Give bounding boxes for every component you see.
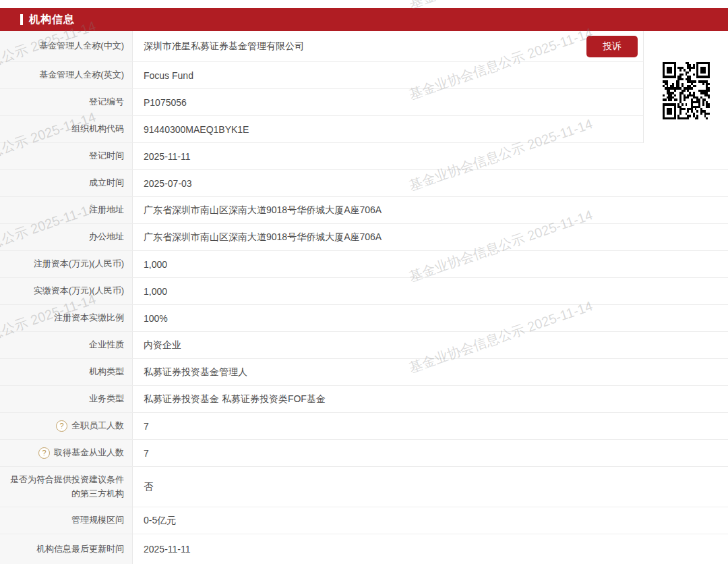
- row-label: 办公地址: [0, 224, 133, 250]
- row-value-text: Focus Fund: [144, 70, 193, 81]
- row-value: P1075056: [133, 89, 643, 115]
- row-value-text: 2025-07-03: [144, 178, 192, 189]
- row-value: 2025-11-11: [133, 143, 728, 169]
- row-value: 私募证券投资基金管理人: [133, 359, 728, 385]
- row-label-text: 全职员工人数: [71, 419, 124, 432]
- row-label: ?取得基金从业人数: [0, 440, 133, 466]
- table-row: 登记时间2025-11-11: [0, 143, 728, 170]
- row-label: 机构类型: [0, 359, 133, 385]
- row-value: 91440300MAEQ1BYK1E: [133, 116, 643, 142]
- row-label-text: 注册地址: [89, 203, 124, 217]
- row-value: 否: [133, 467, 728, 507]
- row-label: 实缴资本(万元)(人民币): [0, 278, 133, 304]
- row-label-text: 注册资本实缴比例: [54, 311, 124, 325]
- row-label: 登记编号: [0, 89, 133, 115]
- row-value: 广东省深圳市南山区深南大道9018号华侨城大厦A座706A: [133, 224, 728, 250]
- row-label-text: 是否为符合提供投资建议条件的第三方机构: [5, 473, 124, 500]
- page-title: 机构信息: [29, 13, 75, 27]
- row-label: 注册资本实缴比例: [0, 305, 133, 331]
- help-icon[interactable]: ?: [38, 447, 50, 459]
- row-value: 2025-11-11: [133, 534, 728, 564]
- table-row: 实缴资本(万元)(人民币)1,000: [0, 278, 728, 305]
- table-row: 是否为符合提供投资建议条件的第三方机构否: [0, 467, 728, 507]
- table-row: 注册地址广东省深圳市南山区深南大道9018号华侨城大厦A座706A: [0, 197, 728, 224]
- row-value-text: 广东省深圳市南山区深南大道9018号华侨城大厦A座706A: [144, 231, 382, 244]
- table-row: 组织机构代码91440300MAEQ1BYK1E: [0, 116, 644, 143]
- help-icon[interactable]: ?: [56, 420, 67, 432]
- row-label-text: 实缴资本(万元)(人民币): [34, 284, 124, 298]
- row-label-text: 取得基金从业人数: [54, 446, 124, 459]
- row-value-text: 广东省深圳市南山区深南大道9018号华侨城大厦A座706A: [144, 204, 382, 217]
- row-label: 成立时间: [0, 170, 133, 196]
- row-label-text: 登记时间: [89, 149, 124, 163]
- table-row: 基金管理人全称(英文)Focus Fund: [0, 62, 644, 89]
- row-label: 基金管理人全称(中文): [0, 31, 133, 61]
- qr-code: [663, 62, 710, 119]
- row-value: 1,000: [133, 278, 728, 304]
- row-label: 基金管理人全称(英文): [0, 62, 133, 88]
- row-label-text: 企业性质: [89, 338, 124, 351]
- row-value-text: 7: [144, 448, 149, 459]
- row-value-text: 7: [144, 421, 149, 432]
- table-row: 业务类型私募证券投资基金 私募证券投资类FOF基金: [0, 386, 728, 413]
- row-value-text: 100%: [144, 313, 168, 324]
- table-row: 办公地址广东省深圳市南山区深南大道9018号华侨城大厦A座706A: [0, 224, 728, 251]
- row-label-text: 业务类型: [89, 392, 124, 405]
- row-value: 7: [133, 413, 728, 439]
- row-label: 注册资本(万元)(人民币): [0, 251, 133, 277]
- row-label-text: 管理规模区间: [71, 513, 124, 527]
- row-label-text: 成立时间: [89, 176, 124, 190]
- institution-info-page: 机构信息 基金管理人全称(中文)深圳市准星私募证券基金管理有限公司投诉基金管理人…: [0, 0, 728, 564]
- table-row: ?全职员工人数7: [0, 413, 728, 440]
- row-value: 100%: [133, 305, 728, 331]
- title-accent-mark: [20, 14, 23, 25]
- row-label: 企业性质: [0, 332, 133, 358]
- row-value-text: 2025-11-11: [144, 544, 191, 555]
- row-label-text: 基金管理人全称(中文): [39, 39, 124, 53]
- complaint-button[interactable]: 投诉: [586, 36, 638, 57]
- row-label: 是否为符合提供投资建议条件的第三方机构: [0, 467, 133, 507]
- row-label-text: 组织机构代码: [71, 122, 124, 136]
- row-value: 内资企业: [133, 332, 728, 358]
- row-value-text: 私募证券投资基金 私募证券投资类FOF基金: [144, 393, 326, 405]
- institution-info-table: 基金管理人全称(中文)深圳市准星私募证券基金管理有限公司投诉基金管理人全称(英文…: [0, 31, 728, 564]
- row-label: 机构信息最后更新时间: [0, 534, 133, 564]
- table-row: 登记编号P1075056: [0, 89, 644, 116]
- table-row: 成立时间2025-07-03: [0, 170, 728, 197]
- row-value: 7: [133, 440, 728, 466]
- row-label-text: 机构信息最后更新时间: [36, 542, 124, 556]
- row-label-text: 基金管理人全称(英文): [39, 68, 124, 82]
- table-row: 注册资本(万元)(人民币)1,000: [0, 251, 728, 278]
- row-value: 广东省深圳市南山区深南大道9018号华侨城大厦A座706A: [133, 197, 728, 223]
- table-row: 管理规模区间0-5亿元: [0, 507, 728, 534]
- table-row: ?取得基金从业人数7: [0, 440, 728, 467]
- row-label-text: 机构类型: [89, 365, 124, 378]
- row-value-text: 否: [144, 481, 153, 493]
- table-row: 机构信息最后更新时间2025-11-11: [0, 534, 728, 564]
- row-value-text: 1,000: [144, 259, 167, 270]
- row-label: ?全职员工人数: [0, 413, 133, 439]
- row-label: 注册地址: [0, 197, 133, 223]
- row-value-text: 91440300MAEQ1BYK1E: [144, 124, 249, 135]
- row-label-text: 办公地址: [89, 230, 124, 244]
- row-label-text: 登记编号: [89, 95, 124, 109]
- row-value: 深圳市准星私募证券基金管理有限公司投诉: [133, 31, 643, 61]
- row-value: 私募证券投资基金 私募证券投资类FOF基金: [133, 386, 728, 412]
- row-label-text: 注册资本(万元)(人民币): [34, 257, 124, 271]
- row-value-text: 私募证券投资基金管理人: [144, 366, 247, 378]
- table-row: 机构类型私募证券投资基金管理人: [0, 359, 728, 386]
- row-label: 登记时间: [0, 143, 133, 169]
- row-value-text: 0-5亿元: [144, 515, 176, 527]
- row-value: 1,000: [133, 251, 728, 277]
- table-row: 注册资本实缴比例100%: [0, 305, 728, 332]
- row-value: 0-5亿元: [133, 507, 728, 534]
- row-value-text: 内资企业: [144, 339, 181, 351]
- row-value-text: 深圳市准星私募证券基金管理有限公司: [144, 40, 304, 53]
- row-label: 管理规模区间: [0, 507, 133, 534]
- row-value-text: 2025-11-11: [144, 151, 191, 162]
- section-header: 机构信息: [0, 8, 728, 31]
- row-value: 2025-07-03: [133, 170, 728, 196]
- table-row: 基金管理人全称(中文)深圳市准星私募证券基金管理有限公司投诉: [0, 31, 644, 62]
- row-value: Focus Fund: [133, 62, 643, 88]
- row-label: 组织机构代码: [0, 116, 133, 142]
